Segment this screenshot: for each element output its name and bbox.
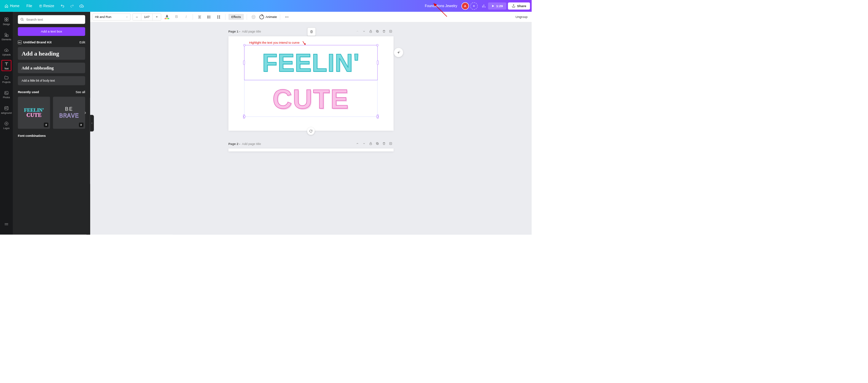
resize-menu[interactable]: Resize: [36, 2, 57, 9]
group-outline: [244, 80, 377, 117]
bold-button[interactable]: B: [173, 14, 180, 21]
rail-elements[interactable]: Elements: [0, 29, 13, 44]
undo-button[interactable]: [58, 2, 67, 10]
add-content-fab[interactable]: [394, 48, 403, 57]
rail-design[interactable]: Design: [0, 14, 13, 29]
page-add[interactable]: [388, 28, 393, 34]
thumb-feelin-cute[interactable]: FEELIN' CUTE ♛: [18, 97, 50, 129]
rail-photos[interactable]: Photos: [0, 87, 13, 102]
insights-button[interactable]: [480, 2, 488, 10]
elements-icon: [4, 33, 9, 38]
project-title[interactable]: Foundations Jewelry: [422, 2, 460, 9]
font-size-value[interactable]: 147: [141, 14, 153, 20]
search-input[interactable]: [26, 18, 83, 21]
svg-rect-2: [7, 18, 8, 19]
resize-handle[interactable]: [376, 115, 378, 118]
context-toolbar: Hit and Run – 147 + A B I: [90, 12, 532, 22]
page-2-label: Page 2 -: [228, 142, 240, 145]
page-collapse-down[interactable]: [361, 141, 367, 146]
page-delete[interactable]: [381, 141, 387, 146]
delete-element-button[interactable]: [307, 27, 316, 36]
ungroup-button[interactable]: Ungroup: [514, 15, 529, 19]
spacing-button[interactable]: [215, 14, 222, 21]
page-1-title-input[interactable]: Add page title: [242, 29, 261, 33]
rail-logos[interactable]: Logos: [0, 118, 13, 133]
italic-button[interactable]: I: [182, 14, 190, 21]
redo-button[interactable]: [68, 2, 76, 10]
home-button[interactable]: Home: [2, 2, 22, 9]
svg-point-31: [399, 51, 400, 52]
resize-handle[interactable]: [243, 61, 245, 65]
collapse-panel-button[interactable]: [90, 115, 94, 131]
text-color-button[interactable]: A: [163, 14, 171, 21]
thumbs-next-button[interactable]: [82, 110, 88, 115]
align-icon: [197, 15, 201, 19]
font-size-plus[interactable]: +: [153, 14, 161, 20]
page-2-title-input[interactable]: Add page title: [242, 142, 261, 145]
selection-box[interactable]: [244, 45, 377, 80]
recent-thumbnails: FEELIN' CUTE ♛ BE BRAVE ♛: [18, 97, 85, 129]
svg-point-14: [7, 223, 8, 224]
page-collapse-up[interactable]: [354, 28, 360, 34]
edit-brand-kit[interactable]: Edit: [79, 40, 85, 44]
add-body-button[interactable]: Add a little bit of body text: [18, 76, 85, 85]
svg-rect-0: [40, 5, 42, 7]
page-1-label: Page 1 -: [228, 29, 240, 33]
add-text-box-button[interactable]: Add a text box: [18, 27, 85, 36]
search-input-wrap[interactable]: [18, 15, 85, 24]
italic-icon: I: [185, 15, 187, 19]
pages-scroll[interactable]: Page 1 - Add page title Highlight the te…: [90, 22, 532, 235]
svg-rect-1: [5, 18, 6, 19]
thumb-be-brave[interactable]: BE BRAVE ♛: [53, 97, 85, 129]
trash-icon: [310, 30, 313, 34]
animate-button[interactable]: Animate: [259, 15, 277, 19]
share-button[interactable]: Share: [508, 2, 530, 9]
add-heading-button[interactable]: Add a heading: [18, 47, 85, 60]
font-size-minus[interactable]: –: [133, 14, 141, 20]
transparency-button[interactable]: [250, 14, 257, 21]
home-label: Home: [10, 4, 19, 8]
svg-point-24: [288, 17, 288, 17]
rail-uploads[interactable]: Uploads: [0, 44, 13, 59]
rail-apps[interactable]: [0, 217, 13, 232]
page-collapse-down[interactable]: [361, 28, 367, 34]
add-member-button[interactable]: [470, 2, 477, 9]
resize-handle[interactable]: [376, 44, 378, 46]
page-duplicate[interactable]: [374, 141, 380, 146]
page-lock[interactable]: [368, 141, 373, 146]
avatar[interactable]: A: [461, 2, 469, 9]
chevron-down-icon: [362, 142, 366, 145]
photos-icon: [4, 90, 9, 95]
rail-projects[interactable]: Projects: [0, 71, 13, 87]
cloud-sync-button[interactable]: [77, 2, 86, 10]
more-button[interactable]: [283, 14, 291, 21]
rotate-icon: [309, 129, 313, 133]
page-1-header: Page 1 - Add page title: [228, 28, 393, 34]
add-subheading-button[interactable]: Add a subheading: [18, 63, 85, 73]
see-all-link[interactable]: See all: [76, 90, 85, 93]
page-add[interactable]: [388, 141, 393, 146]
rail-text[interactable]: Text: [1, 60, 11, 71]
top-bar: Home File Resize Foundations Jewelry A 1…: [0, 0, 532, 12]
resize-handle[interactable]: [377, 61, 378, 65]
canvas-page-1[interactable]: Highlight the text you intend to curve F…: [228, 36, 393, 131]
svg-rect-34: [376, 143, 378, 144]
rail-background[interactable]: ackground: [0, 102, 13, 118]
effects-button[interactable]: Effects: [229, 14, 244, 20]
svg-rect-4: [7, 20, 8, 21]
align-button[interactable]: [196, 14, 203, 21]
font-select[interactable]: Hit and Run: [93, 14, 130, 21]
page-collapse-up[interactable]: [354, 141, 360, 146]
file-menu[interactable]: File: [23, 2, 35, 9]
resize-handle[interactable]: [243, 44, 245, 46]
present-button[interactable]: 1:29: [488, 2, 506, 9]
brand-kit-label[interactable]: co. Untitled Brand Kit: [18, 40, 52, 44]
page-duplicate[interactable]: [374, 28, 380, 34]
page-lock[interactable]: [368, 28, 373, 34]
canvas-page-2[interactable]: [228, 149, 393, 152]
resize-handle[interactable]: [243, 115, 245, 118]
list-icon: [207, 15, 211, 19]
page-delete[interactable]: [381, 28, 387, 34]
list-button[interactable]: [205, 14, 213, 21]
rotate-button[interactable]: [307, 127, 315, 135]
